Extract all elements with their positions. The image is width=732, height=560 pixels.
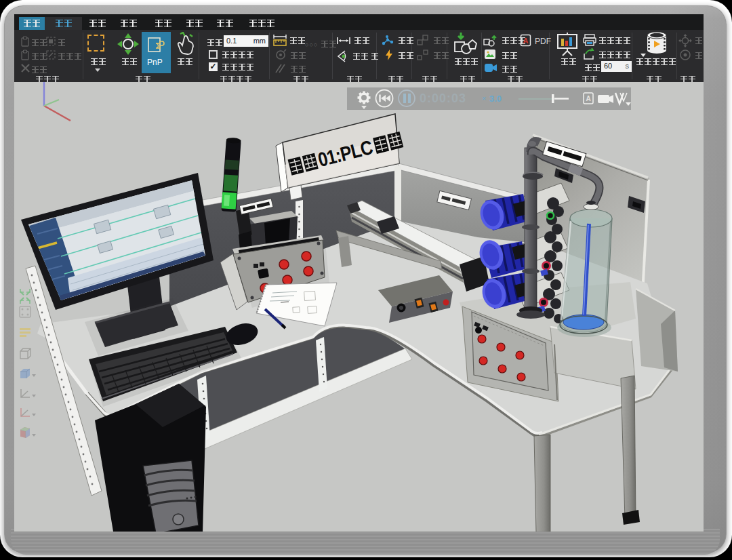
svg-text:A: A [586, 95, 590, 102]
svg-text:3.0: 3.0 [489, 94, 502, 104]
svg-text:×: × [482, 94, 486, 102]
svg-text:A: A [523, 37, 529, 45]
svg-text:0:00:03: 0:00:03 [420, 92, 466, 105]
